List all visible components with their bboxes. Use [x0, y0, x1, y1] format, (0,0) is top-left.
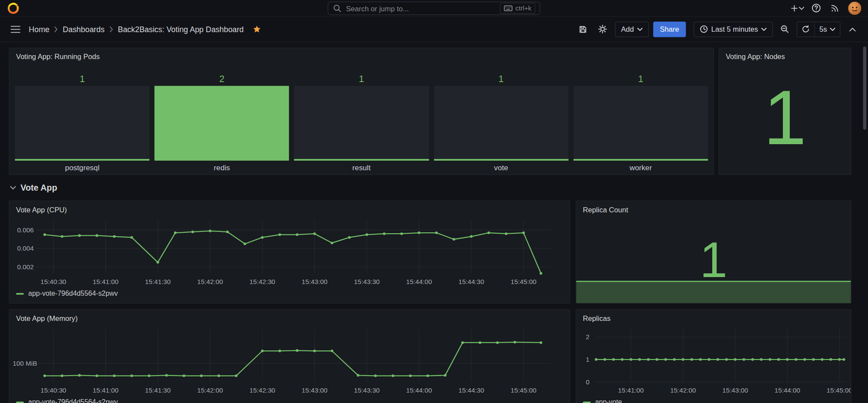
legend-item[interactable]: app-vote-796d4d5564-s2pwv — [16, 290, 118, 297]
series-point — [751, 358, 754, 361]
news-button[interactable] — [827, 1, 843, 15]
refresh-controls: 5s — [797, 21, 840, 37]
series-point — [78, 234, 81, 237]
series-point — [708, 358, 710, 361]
scrollbar-thumb[interactable] — [863, 46, 867, 129]
menu-toggle-button[interactable] — [8, 22, 23, 36]
x-axis-tick-label: 15:45:00 — [511, 386, 536, 394]
cpu-time-series-chart[interactable]: 15:40:3015:41:0015:41:3015:42:0015:42:30… — [10, 201, 570, 303]
time-range-label: Last 5 minutes — [711, 25, 758, 33]
series-point — [795, 358, 797, 361]
keyboard-icon — [504, 4, 513, 13]
refresh-interval-label: 5s — [819, 25, 827, 33]
new-menu-button[interactable] — [789, 1, 805, 15]
series-point — [191, 231, 194, 233]
panel-replica-count: Replica Count 1 — [576, 201, 852, 304]
row-toggle-vote-app[interactable]: Vote App — [10, 183, 57, 193]
grafana-logo[interactable] — [7, 1, 20, 15]
series-point — [113, 235, 115, 238]
clock-icon — [700, 25, 708, 33]
series-point — [313, 232, 316, 235]
chevron-down-icon — [830, 27, 835, 31]
bar-baseline — [573, 159, 708, 161]
series-point — [200, 374, 203, 377]
replicas-time-series-chart[interactable]: 15:41:0015:42:0015:43:0015:44:0015:45:00… — [576, 310, 851, 403]
breadcrumb-current[interactable]: Back2Basics: Voting App Dashboard — [118, 25, 244, 33]
save-dashboard-button[interactable] — [575, 22, 591, 36]
x-axis-tick-label: 15:44:00 — [406, 278, 432, 285]
x-axis-tick-label: 15:42:30 — [250, 278, 275, 285]
y-axis-tick-label: 100 MiB — [13, 360, 37, 367]
memory-time-series-chart[interactable]: 15:40:3015:41:0015:41:3015:42:0015:42:30… — [10, 310, 570, 403]
row-title: Vote App — [20, 183, 57, 193]
series-point — [664, 358, 667, 361]
x-axis-tick-label: 15:41:00 — [618, 386, 644, 394]
panel-title[interactable]: Voting App: Running Pods — [16, 53, 100, 61]
time-range-picker[interactable]: Last 5 minutes — [694, 21, 773, 37]
series-point — [769, 358, 771, 361]
panel-title[interactable]: Replica Count — [583, 205, 628, 214]
series-point — [821, 358, 823, 361]
series-point — [803, 358, 806, 361]
bar-label: result — [294, 163, 429, 172]
series-point — [743, 358, 745, 361]
series-point — [183, 374, 185, 377]
series-point — [427, 374, 429, 377]
legend-swatch — [16, 401, 24, 403]
zoom-out-button[interactable] — [777, 21, 792, 37]
bar-gauge-vote: 1vote — [434, 74, 569, 172]
search-bar[interactable]: ctrl+k — [328, 2, 540, 15]
series-point — [638, 358, 641, 361]
bar-baseline — [294, 159, 429, 161]
series-point — [61, 374, 63, 377]
series-point — [331, 241, 333, 244]
bar-fill — [15, 86, 149, 161]
refresh-button[interactable] — [797, 22, 815, 36]
bar-baseline — [15, 159, 149, 161]
series-point — [435, 231, 438, 234]
series-point — [174, 231, 177, 234]
series-point — [539, 341, 542, 344]
series-point — [604, 358, 606, 361]
share-label: Share — [660, 25, 679, 33]
breadcrumb-home[interactable]: Home — [29, 25, 49, 33]
series-point — [453, 238, 455, 241]
series-point — [331, 350, 333, 352]
bar-gauge-redis: 2redis — [155, 74, 289, 172]
share-button[interactable]: Share — [653, 21, 686, 37]
chevron-up-button[interactable] — [845, 22, 860, 36]
user-avatar[interactable] — [848, 1, 861, 15]
series-point — [621, 358, 624, 361]
star-icon — [253, 25, 261, 33]
add-panel-button[interactable]: Add — [615, 21, 649, 37]
dashboard-settings-button[interactable] — [595, 22, 611, 36]
refresh-interval-picker[interactable]: 5s — [815, 22, 840, 36]
bar-value: 1 — [434, 74, 569, 85]
x-axis-tick-label: 15:40:30 — [40, 386, 66, 394]
breadcrumb-dashboards[interactable]: Dashboards — [63, 25, 105, 33]
series-point — [539, 272, 542, 275]
legend-label: app-vote-796d4d5564-s2pwv — [28, 398, 118, 403]
x-axis-tick-label: 15:41:30 — [145, 278, 171, 285]
bar-baseline — [434, 159, 569, 161]
legend-item[interactable]: app-vote-796d4d5564-s2pwv — [16, 398, 118, 403]
series-point — [630, 358, 632, 361]
y-axis-tick-label: 0.004 — [17, 244, 34, 252]
legend-item[interactable]: app-vote — [583, 398, 622, 403]
x-axis-tick-label: 15:44:00 — [774, 386, 800, 394]
series-point — [513, 341, 516, 344]
series-point — [130, 374, 133, 377]
series-point — [261, 236, 263, 239]
favorite-star-button[interactable] — [253, 25, 261, 33]
series-point — [157, 261, 159, 264]
series-point — [165, 374, 168, 377]
help-button[interactable] — [808, 1, 824, 15]
bar-gauge-postgresql: 1postgresql — [15, 74, 149, 172]
series-point — [243, 243, 246, 245]
x-axis-tick-label: 15:43:00 — [722, 386, 748, 394]
search-input[interactable] — [346, 4, 500, 13]
y-axis-tick-label: 1 — [586, 356, 589, 363]
search-shortcut: ctrl+k — [500, 3, 536, 14]
series-point — [522, 231, 525, 234]
y-axis-tick-label: 2 — [586, 333, 589, 340]
